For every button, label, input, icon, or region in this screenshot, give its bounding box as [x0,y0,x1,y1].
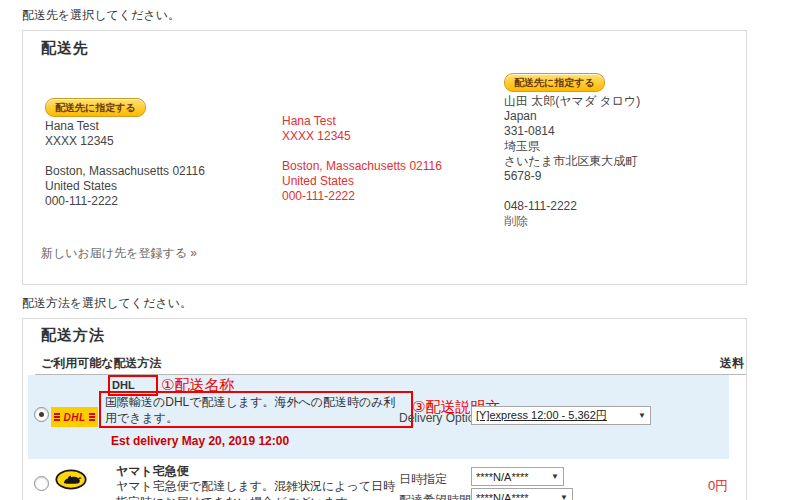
address-card-1: 配送先に指定する Hana Test XXXX 12345 Boston, Ma… [45,98,205,209]
shipping-address-instruction: 配送先を選択してください。 [22,7,180,24]
add-new-address-link[interactable]: 新しいお届け先を登録する » [41,245,197,262]
address-line: United States [282,174,442,189]
delivery-estimate-text: Est delivery May 20, 2019 12:00 [111,434,289,448]
date-designation-label: 日時指定 [399,471,447,488]
address-line: Hana Test [45,119,205,134]
address-line: 331-0814 [504,124,640,139]
shipping-address-title: 配送先 [41,39,89,58]
date-designation-value: ****N/A**** [476,471,529,483]
address-line: 048-111-2222 [504,199,640,214]
address-card-2-selected: Hana Test XXXX 12345 Boston, Massachuset… [282,114,442,204]
date-designation-select[interactable]: ****N/A**** ▼ [471,467,564,486]
assign-address-button-3[interactable]: 配送先に指定する [504,73,605,92]
dropdown-arrow-icon: ▼ [638,411,646,420]
address-line-blank [282,144,442,159]
dhl-radio[interactable] [34,407,49,422]
dhl-logo-text: DHL [63,412,85,423]
address-line: 山田 太郎(ヤマダ タロウ) [504,94,640,109]
address-line: 000-111-2222 [45,194,205,209]
address-line: United States [45,179,205,194]
address-line-blank [504,184,640,199]
method-row-yamato[interactable]: ヤマト宅急便 ヤマト宅急便で配達します。混雑状況によって日時指定時にお届けできな… [28,459,729,500]
annotation-box-method-description: 国際輸送のDHLで配達します。海外への配送時のみ利用できます。 [99,391,413,428]
method-description-yamato: ヤマト宅急便で配達します。混雑状況によって日時指定時にお届けできない場合がござい… [116,478,406,500]
shipping-address-panel: 配送先 配送先に指定する Hana Test XXXX 12345 Boston… [22,30,747,285]
shipping-method-instruction: 配送方法を選択してください。 [22,295,192,312]
shipping-method-panel: 配送方法 ご利用可能な配送方法 送料 DHL DHL ①配送名称 国際輸送のDH… [22,318,747,500]
shipping-method-title: 配送方法 [41,326,105,345]
delivery-options-selected-value: [Y]express 12:00 - 5,362円 [476,408,607,423]
address-card-3: 配送先に指定する 山田 太郎(ヤマダ タロウ) Japan 331-0814 埼… [504,73,640,229]
address-line: 000-111-2222 [282,189,442,204]
address-line: Hana Test [282,114,442,129]
method-description-dhl: 国際輸送のDHLで配達します。海外への配送時のみ利用できます。 [105,394,405,426]
assign-address-button-1[interactable]: 配送先に指定する [45,98,146,117]
yamato-cat-logo-icon [55,469,87,490]
address-line: さいたま市北区東大成町 [504,154,640,169]
address-line: 5678-9 [504,169,640,184]
available-methods-header: ご利用可能な配送方法 [41,355,162,372]
method-name-dhl: DHL [112,379,135,391]
dhl-logo-stripes-left [54,413,60,421]
dropdown-arrow-icon: ▼ [560,493,568,500]
delivery-options-select[interactable]: [Y]express 12:00 - 5,362円 ▼ [471,406,651,425]
address-line-blank [45,149,205,164]
fee-column-header: 送料 [720,355,744,372]
delete-address-link[interactable]: 削除 [504,214,528,228]
address-line: Boston, Massachusetts 02116 [282,159,442,174]
shipping-fee-value: 0円 [708,477,728,495]
address-line: XXXX 12345 [45,134,205,149]
dropdown-arrow-icon: ▼ [551,472,559,481]
dhl-logo-stripes-right [89,413,95,421]
time-window-select[interactable]: ****N/A**** ▼ [471,488,573,500]
address-line: Boston, Massachusetts 02116 [45,164,205,179]
method-row-dhl[interactable]: DHL DHL ①配送名称 国際輸送のDHLで配達します。海外への配送時のみ利用… [28,375,729,459]
yamato-radio[interactable] [34,476,49,491]
address-line: 埼玉県 [504,139,640,154]
time-window-value: ****N/A**** [476,492,529,500]
address-line: Japan [504,109,640,124]
dhl-logo-icon: DHL [51,407,98,427]
address-line: XXXX 12345 [282,129,442,144]
